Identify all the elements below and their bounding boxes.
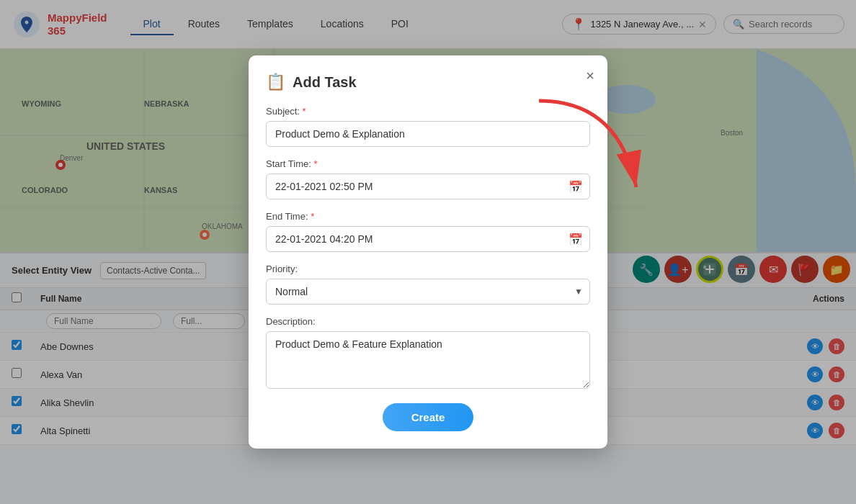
modal-calendar-icon: 📋 — [266, 73, 285, 91]
end-time-group: End Time: * 📅 — [266, 211, 590, 252]
description-group: Description: Product Demo & Feature Expl… — [266, 316, 590, 392]
priority-wrapper: Low Normal High ▼ — [266, 279, 590, 305]
add-task-modal: 📋 Add Task × Subject: * Start Time: * 📅 … — [249, 55, 607, 449]
end-time-input[interactable] — [266, 226, 590, 252]
create-button[interactable]: Create — [383, 403, 474, 431]
subject-label: Subject: * — [266, 106, 590, 117]
description-label: Description: — [266, 316, 590, 327]
subject-group: Subject: * — [266, 106, 590, 147]
priority-select[interactable]: Low Normal High — [266, 279, 590, 305]
modal-title: Add Task — [293, 74, 357, 91]
end-time-label: End Time: * — [266, 211, 590, 222]
end-time-cal-icon[interactable]: 📅 — [569, 233, 583, 246]
modal-header: 📋 Add Task — [266, 73, 590, 91]
priority-label: Priority: — [266, 264, 590, 274]
start-time-wrapper: 📅 — [266, 174, 590, 199]
start-time-group: Start Time: * 📅 — [266, 158, 590, 199]
modal-close-button[interactable]: × — [586, 68, 594, 83]
subject-input[interactable] — [266, 121, 590, 147]
end-time-wrapper: 📅 — [266, 226, 590, 252]
start-time-input[interactable] — [266, 174, 590, 199]
priority-group: Priority: Low Normal High ▼ — [266, 264, 590, 305]
description-textarea[interactable]: Product Demo & Feature Explanation — [266, 331, 590, 389]
start-time-cal-icon[interactable]: 📅 — [569, 180, 583, 194]
modal-overlay: 📋 Add Task × Subject: * Start Time: * 📅 … — [0, 0, 856, 504]
start-time-label: Start Time: * — [266, 158, 590, 169]
